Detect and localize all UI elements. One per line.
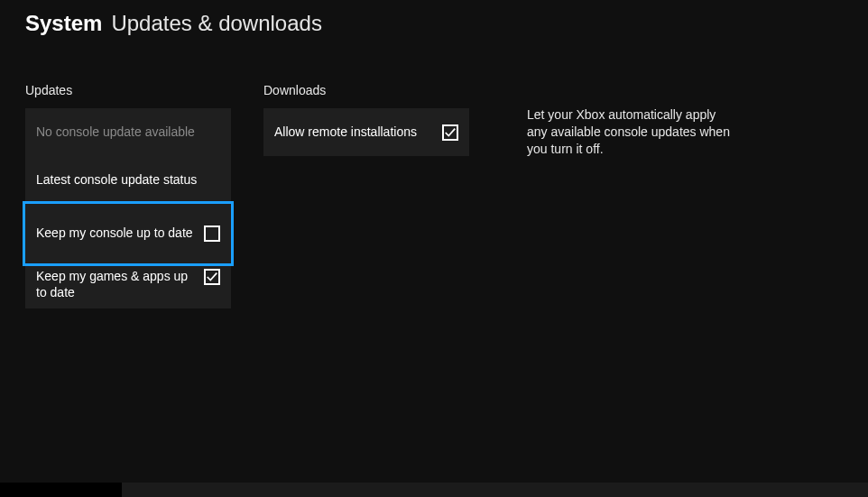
help-column: Let your Xbox automatically apply any av… [502,83,736,308]
keep-console-checkbox-unchecked-icon [204,225,220,242]
updates-section-title: Updates [25,83,231,97]
keep-games-apps-up-to-date-toggle[interactable]: Keep my games & apps up to date [25,263,231,308]
bottom-bar-left [0,483,122,497]
keep-games-apps-label: Keep my games & apps up to date [36,269,197,300]
latest-update-status-label: Latest console update status [36,172,220,189]
page-header: System Updates & downloads [0,0,868,36]
allow-remote-installations-toggle[interactable]: Allow remote installations [263,108,469,156]
downloads-section-title: Downloads [263,83,469,97]
help-text: Let your Xbox automatically apply any av… [527,106,736,158]
allow-remote-checkbox-checked-icon [442,124,458,141]
content-area: Updates No console update available Late… [0,36,868,308]
latest-update-status-button[interactable]: Latest console update status [25,156,231,204]
no-console-update-item: No console update available [25,108,231,156]
keep-console-up-to-date-label: Keep my console up to date [36,225,197,242]
no-console-update-label: No console update available [36,124,220,141]
keep-games-apps-checkbox-checked-icon [204,269,220,285]
bottom-bar-right [122,483,868,497]
allow-remote-installations-label: Allow remote installations [274,124,435,141]
downloads-column: Downloads Allow remote installations [263,83,469,308]
updates-column: Updates No console update available Late… [25,83,231,308]
header-page-title: Updates & downloads [111,11,321,36]
header-system-label: System [25,11,102,36]
keep-console-up-to-date-toggle[interactable]: Keep my console up to date [25,204,231,263]
